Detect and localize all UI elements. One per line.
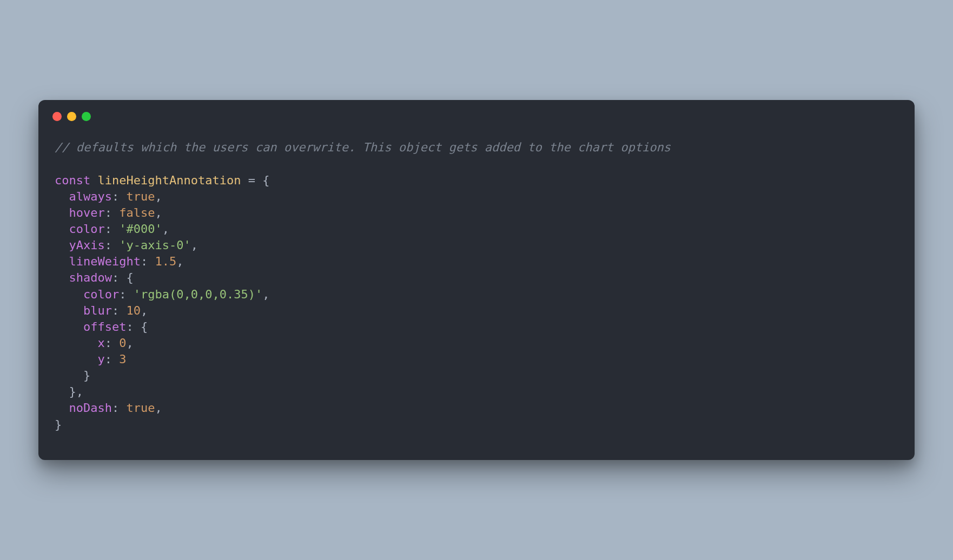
- window-controls: [38, 100, 915, 121]
- colon: :: [141, 255, 155, 268]
- indent: [55, 385, 69, 398]
- colon: :: [112, 190, 127, 203]
- property-color: color: [69, 222, 105, 236]
- property-always: always: [69, 190, 112, 203]
- comma: ,: [155, 401, 162, 415]
- value-number: 10: [126, 304, 141, 317]
- comma: ,: [126, 336, 133, 350]
- value-number: 1.5: [155, 255, 176, 268]
- property-hover: hover: [69, 206, 105, 219]
- comma: ,: [141, 304, 148, 317]
- comma: ,: [155, 206, 162, 219]
- punctuation: = {: [241, 174, 269, 187]
- colon: :: [105, 222, 120, 236]
- code-block: // defaults which the users can overwrit…: [38, 121, 915, 459]
- property-shadow: shadow: [69, 271, 112, 284]
- indent: [55, 238, 69, 252]
- colon: :: [119, 288, 134, 301]
- close-brace: }: [55, 418, 62, 431]
- comma: ,: [262, 288, 269, 301]
- keyword-const: const: [55, 174, 90, 187]
- open-brace: {: [141, 320, 148, 334]
- indent: [55, 206, 69, 219]
- indent: [55, 222, 69, 236]
- property-y: y: [97, 352, 104, 366]
- property-blur: blur: [83, 304, 112, 317]
- window-minimize-icon[interactable]: [67, 112, 76, 121]
- property-nodash: noDash: [69, 401, 112, 415]
- comma: ,: [155, 190, 162, 203]
- comma: ,: [176, 255, 183, 268]
- variable-name: lineHeightAnnotation: [97, 174, 241, 187]
- indent: [55, 320, 83, 334]
- code-window: // defaults which the users can overwrit…: [38, 100, 915, 459]
- open-brace: {: [126, 271, 133, 284]
- value-number: 3: [119, 352, 126, 366]
- value-string: '#000': [119, 222, 162, 236]
- value-string: 'y-axis-0': [119, 238, 190, 252]
- close-brace: }: [83, 369, 90, 382]
- comma: ,: [162, 222, 169, 236]
- indent: [55, 336, 97, 350]
- comma: ,: [191, 238, 198, 252]
- indent: [55, 304, 83, 317]
- property-offset: offset: [83, 320, 126, 334]
- value-false: false: [119, 206, 155, 219]
- property-lineweight: lineWeight: [69, 255, 141, 268]
- indent: [55, 255, 69, 268]
- value-true: true: [126, 190, 155, 203]
- colon: :: [112, 271, 127, 284]
- code-comment: // defaults which the users can overwrit…: [55, 141, 671, 154]
- colon: :: [105, 336, 120, 350]
- property-yaxis: yAxis: [69, 238, 105, 252]
- colon: :: [126, 320, 141, 334]
- window-maximize-icon[interactable]: [82, 112, 91, 121]
- colon: :: [105, 238, 120, 252]
- indent: [55, 369, 83, 382]
- colon: :: [105, 206, 120, 219]
- property-x: x: [97, 336, 104, 350]
- property-shadow-color: color: [83, 288, 119, 301]
- colon: :: [112, 304, 127, 317]
- close-brace-comma: },: [69, 385, 84, 398]
- value-true: true: [126, 401, 155, 415]
- indent: [55, 190, 69, 203]
- window-close-icon[interactable]: [52, 112, 62, 121]
- indent: [55, 271, 69, 284]
- colon: :: [112, 401, 127, 415]
- value-number: 0: [119, 336, 126, 350]
- value-string: 'rgba(0,0,0,0.35)': [134, 288, 262, 301]
- indent: [55, 288, 83, 301]
- indent: [55, 352, 97, 366]
- colon: :: [105, 352, 120, 366]
- indent: [55, 401, 69, 415]
